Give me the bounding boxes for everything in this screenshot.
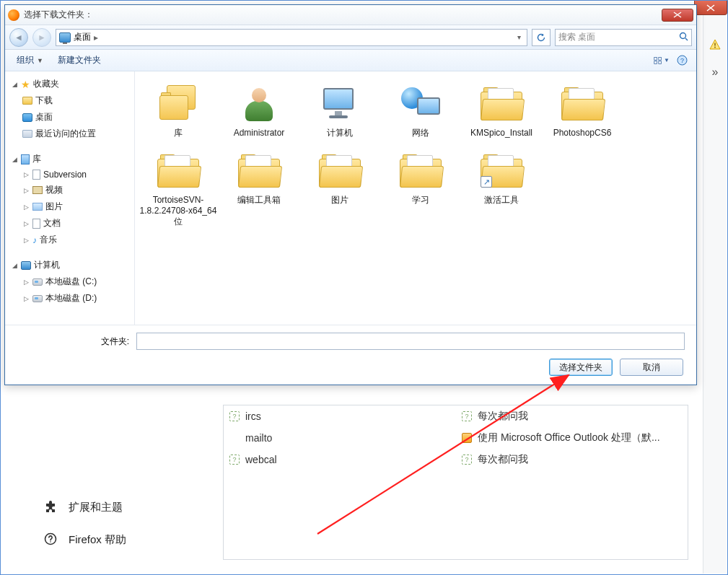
outer-close-button[interactable] [694,1,727,15]
doc-icon [32,219,40,229]
file-item-label: Administrator [234,128,285,139]
folder-icon [315,149,365,192]
nav-bar: ◄ ► 桌面 ▸ ▾ 搜索 桌面 [5,25,696,50]
tree-drive-c[interactable]: ▷本地磁盘 (C:) [5,273,134,290]
tree-drive-d[interactable]: ▷本地磁盘 (D:) [5,290,134,307]
overflow-icon[interactable]: » [712,66,719,79]
proto-label: mailto [245,432,272,444]
nav-back-button[interactable]: ◄ [9,28,28,47]
app-row[interactable]: ?ircs ?每次都问我 [224,405,688,427]
svg-text:?: ? [680,57,683,64]
file-item[interactable]: Administrator [219,79,299,146]
help-icon: ? [677,55,688,66]
proto-label: ircs [245,411,261,422]
file-item[interactable]: 图片 [299,146,380,234]
tree-desktop[interactable]: 桌面 [5,109,134,126]
right-strip: » [703,15,727,574]
refresh-button[interactable] [532,29,551,46]
handler-label: 每次都问我 [478,453,528,466]
organize-button[interactable]: 组织 ▼ [11,52,49,69]
file-item-label: PhotoshopCS6 [553,128,612,139]
file-item-label: 编辑工具箱 [237,195,281,206]
folder-picker-dialog: 选择下载文件夹： ◄ ► 桌面 ▸ ▾ 搜索 桌面 组织 [4,4,697,385]
tree-favorites[interactable]: ◢★收藏夹 [5,76,134,92]
options-sidebar: 扩展和主题 Firefox 帮助 [44,491,203,556]
dialog-bottom: 文件夹: 选择文件夹 取消 [5,325,696,385]
file-item-label: 库 [174,128,183,139]
folder-icon: ↗ [476,149,527,192]
close-icon [706,4,715,12]
folder-input[interactable] [136,333,685,350]
help-button[interactable]: ? [673,53,690,69]
tree-recent[interactable]: 最近访问的位置 [5,126,134,142]
puzzle-icon [44,500,57,515]
svg-rect-7 [654,61,657,63]
tree-videos[interactable]: ▷视频 [5,182,134,198]
folder-icon [153,149,203,192]
toolbar: 组织 ▼ 新建文件夹 ▼ ? [5,50,696,71]
file-item[interactable]: 网络 [380,79,461,146]
navigation-tree[interactable]: ◢★收藏夹 下载 桌面 最近访问的位置 ◢库 ▷Subversion ▷视频 ▷… [5,71,135,325]
drive-icon [32,278,43,286]
file-item[interactable]: 计算机 [299,79,380,146]
file-item[interactable]: 学习 [380,146,461,234]
tree-music[interactable]: ▷♪音乐 [5,232,134,248]
drive-icon [32,295,43,302]
image-icon [32,203,43,211]
protocol-icon: ? [462,411,472,421]
app-row[interactable]: mailto 使用 Microsoft Office Outlook 处理（默.… [224,427,688,449]
sidebar-item-label: Firefox 帮助 [69,533,126,547]
svg-point-3 [50,541,51,543]
dialog-close-button[interactable] [662,9,693,22]
svg-point-4 [680,32,686,38]
music-icon: ♪ [32,235,37,245]
folder-icon [557,82,608,125]
close-icon [673,12,682,18]
tree-computer[interactable]: ◢计算机 [5,257,134,273]
libraries-icon [153,82,203,125]
svg-rect-8 [659,61,662,63]
nav-forward-button[interactable]: ► [32,28,51,47]
sidebar-item-help[interactable]: Firefox 帮助 [44,524,203,556]
svg-rect-6 [659,57,662,60]
tree-pictures[interactable]: ▷图片 [5,198,134,215]
new-folder-button[interactable]: 新建文件夹 [52,52,107,69]
cancel-button[interactable]: 取消 [620,359,683,376]
tree-libraries[interactable]: ◢库 [5,151,134,167]
address-location: 桌面 [74,31,91,43]
address-bar[interactable]: 桌面 ▸ ▾ [56,29,527,46]
tree-downloads[interactable]: 下载 [5,92,134,109]
sidebar-item-extensions[interactable]: 扩展和主题 [44,491,203,524]
search-input[interactable]: 搜索 桌面 [555,29,692,46]
tree-documents[interactable]: ▷文档 [5,215,134,232]
address-dropdown-icon[interactable]: ▾ [514,33,524,41]
svg-point-0 [714,47,716,48]
select-folder-button[interactable]: 选择文件夹 [549,359,613,376]
chevron-down-icon: ▼ [37,57,43,64]
view-button[interactable]: ▼ [653,53,670,69]
user-icon [234,82,284,125]
file-item[interactable]: PhotoshopCS6 [542,79,623,146]
file-item[interactable]: 编辑工具箱 [219,146,299,234]
file-item-label: 激活工具 [484,195,519,206]
folder-icon [476,82,527,125]
search-placeholder: 搜索 桌面 [558,31,595,43]
protocol-icon: ? [229,411,240,421]
dialog-titlebar[interactable]: 选择下载文件夹： [5,5,696,25]
file-item[interactable]: 库 [138,79,219,146]
breadcrumb-sep-icon: ▸ [94,32,98,43]
warning-icon[interactable] [709,38,722,54]
video-icon [32,186,43,194]
app-row[interactable]: ?webcal ?每次都问我 [224,449,688,470]
file-grid[interactable]: 库Administrator计算机网络KMSpico_InstallPhotos… [135,71,696,325]
view-icon [654,56,662,66]
file-item[interactable]: TortoiseSVN-1.8.2.24708-x64_64位 [138,146,219,234]
file-item-label: KMSpico_Install [470,128,532,139]
tree-subversion[interactable]: ▷Subversion [5,167,134,182]
network-icon [395,82,446,125]
file-item[interactable]: KMSpico_Install [461,79,542,146]
proto-label: webcal [245,454,277,465]
search-icon [679,32,688,43]
file-item-label: 计算机 [327,128,353,139]
file-item[interactable]: ↗激活工具 [461,146,542,234]
